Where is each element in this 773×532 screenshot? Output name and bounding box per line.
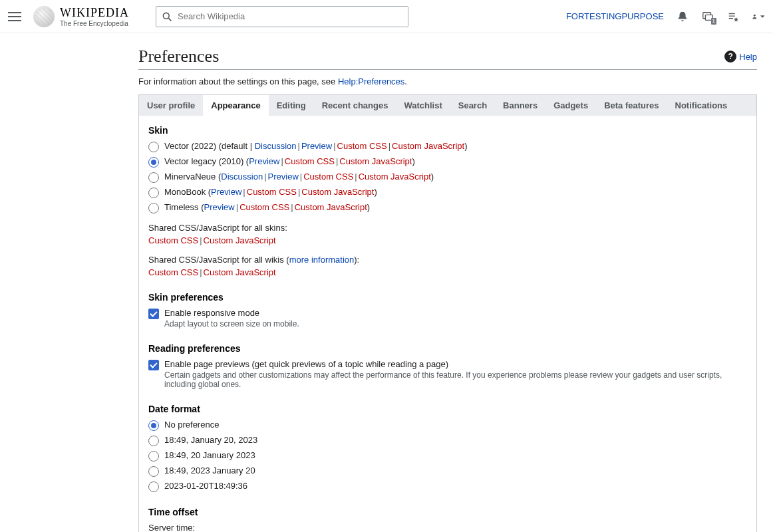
skin-option-label: Timeless (164, 202, 199, 212)
preference-tabs: User profileAppearanceEditingRecent chan… (139, 95, 756, 116)
menu-icon[interactable] (8, 10, 21, 23)
page-previews-label: Enable page previews (get quick previews… (164, 359, 747, 369)
time-heading: Time offset (148, 507, 747, 517)
logo-wordmark: Wikipedia (60, 6, 129, 20)
tab-banners[interactable]: Banners (495, 95, 545, 116)
skin-link[interactable]: Custom JavaScript (392, 141, 464, 151)
date-format-section: Date format No preference18:49, January … (148, 404, 747, 492)
skin-link[interactable]: Custom JavaScript (339, 156, 412, 166)
tab-editing[interactable]: Editing (269, 95, 314, 116)
responsive-mode-label: Enable responsive mode (164, 308, 747, 318)
tab-user-profile[interactable]: User profile (139, 95, 203, 116)
svg-point-0 (163, 13, 169, 19)
shared-wikis-css[interactable]: Custom CSS (148, 267, 198, 277)
skin-link[interactable]: Custom CSS (285, 156, 335, 166)
user-links: FORTESTINGPURPOSE 1 (566, 10, 765, 23)
skin-prefs-heading: Skin preferences (148, 292, 747, 303)
page-previews-checkbox[interactable] (148, 360, 159, 370)
username-link[interactable]: FORTESTINGPURPOSE (566, 11, 664, 21)
date-option-label: 18:49, January 20, 2023 (164, 435, 747, 445)
skin-link[interactable]: Preview (268, 172, 299, 182)
svg-point-4 (754, 14, 756, 16)
search-input[interactable] (178, 11, 402, 21)
skin-link[interactable]: Custom JavaScript (295, 202, 367, 212)
tab-search[interactable]: Search (450, 95, 495, 116)
shared-wikis-js[interactable]: Custom JavaScript (204, 267, 276, 277)
date-option-label: 18:49, 2023 January 20 (164, 466, 747, 475)
tab-watchlist[interactable]: Watchlist (396, 95, 450, 116)
skin-preferences-section: Skin preferences Enable responsive mode … (148, 292, 747, 329)
shared-skins-css[interactable]: Custom CSS (148, 235, 198, 245)
chevron-down-icon (760, 11, 766, 23)
shared-wikis-label: Shared CSS/JavaScript for all wikis (mor… (148, 255, 747, 265)
date-radio[interactable] (148, 481, 159, 492)
responsive-mode-checkbox[interactable] (148, 309, 159, 319)
reading-preferences-section: Reading preferences Enable page previews… (148, 343, 747, 389)
skin-option-label: MonoBook (164, 187, 206, 197)
help-preferences-link[interactable]: Help:Preferences (338, 76, 404, 86)
skin-link[interactable]: Discussion (221, 172, 263, 182)
skin-section: Skin Vector (2022) (default | Discussion… (148, 125, 747, 277)
date-radio[interactable] (148, 451, 159, 462)
talk-badge: 1 (711, 18, 716, 25)
logo-tagline: The Free Encyclopedia (60, 20, 129, 27)
more-information-link[interactable]: more information (289, 255, 355, 265)
date-heading: Date format (148, 404, 747, 414)
bell-icon[interactable] (676, 10, 689, 23)
skin-link[interactable]: Preview (204, 202, 234, 212)
server-time-label: Server time: (148, 523, 747, 532)
help-label[interactable]: Help (739, 52, 757, 62)
globe-icon (33, 6, 55, 27)
tab-beta-features[interactable]: Beta features (596, 95, 667, 116)
skin-radio[interactable] (148, 188, 159, 198)
tab-appearance[interactable]: Appearance (203, 95, 268, 116)
svg-line-1 (168, 18, 171, 21)
skin-link[interactable]: Custom JavaScript (301, 187, 374, 197)
search-icon (162, 11, 172, 22)
intro-text: For information about the settings on th… (138, 76, 757, 86)
shared-skins-label: Shared CSS/JavaScript for all skins: (148, 223, 747, 233)
skin-heading: Skin (148, 125, 747, 136)
skin-radio[interactable] (148, 142, 159, 152)
watchlist-icon[interactable] (726, 10, 740, 23)
skin-link[interactable]: Custom CSS (337, 141, 387, 151)
skin-link[interactable]: Discussion (255, 141, 297, 151)
skin-radio[interactable] (148, 203, 159, 213)
date-radio[interactable] (148, 436, 159, 446)
skin-option-label: Vector legacy (2010) (164, 156, 243, 166)
search-box[interactable] (156, 6, 408, 27)
responsive-mode-hint: Adapt layout to screen size on mobile. (164, 319, 747, 329)
page-title: Preferences (138, 47, 219, 66)
tab-notifications[interactable]: Notifications (667, 95, 736, 116)
tab-gadgets[interactable]: Gadgets (545, 95, 596, 116)
skin-radio[interactable] (148, 157, 159, 168)
site-header: Wikipedia The Free Encyclopedia FORTESTI… (0, 0, 773, 33)
skin-option-label: Vector (2022) (164, 141, 216, 151)
skin-link[interactable]: Custom CSS (239, 202, 289, 212)
help-icon: ? (724, 51, 736, 63)
skin-link[interactable]: Preview (211, 187, 241, 197)
skin-link[interactable]: Preview (249, 156, 279, 166)
user-menu[interactable] (752, 10, 765, 23)
date-radio[interactable] (148, 466, 159, 477)
help-link[interactable]: ? Help (724, 51, 757, 63)
date-option-label: No preference (164, 420, 747, 430)
reading-heading: Reading preferences (148, 343, 747, 354)
time-offset-section: Time offset Server time: 18:49 (148, 507, 747, 532)
skin-link[interactable]: Custom CSS (247, 187, 297, 197)
skin-radio[interactable] (148, 172, 159, 183)
logo[interactable]: Wikipedia The Free Encyclopedia (33, 6, 129, 27)
tab-recent-changes[interactable]: Recent changes (314, 95, 396, 116)
skin-link[interactable]: Custom JavaScript (359, 172, 431, 182)
date-radio[interactable] (148, 420, 159, 431)
skin-link[interactable]: Preview (301, 141, 332, 151)
page-previews-hint: Certain gadgets and other customizations… (164, 370, 747, 389)
talk-icon[interactable]: 1 (701, 10, 714, 23)
skin-link[interactable]: Custom CSS (303, 172, 353, 182)
date-option-label: 2023-01-20T18:49:36 (164, 481, 747, 491)
shared-skins-js[interactable]: Custom JavaScript (204, 235, 276, 245)
date-option-label: 18:49, 20 January 2023 (164, 450, 747, 460)
skin-option-label: MinervaNeue (164, 172, 216, 182)
